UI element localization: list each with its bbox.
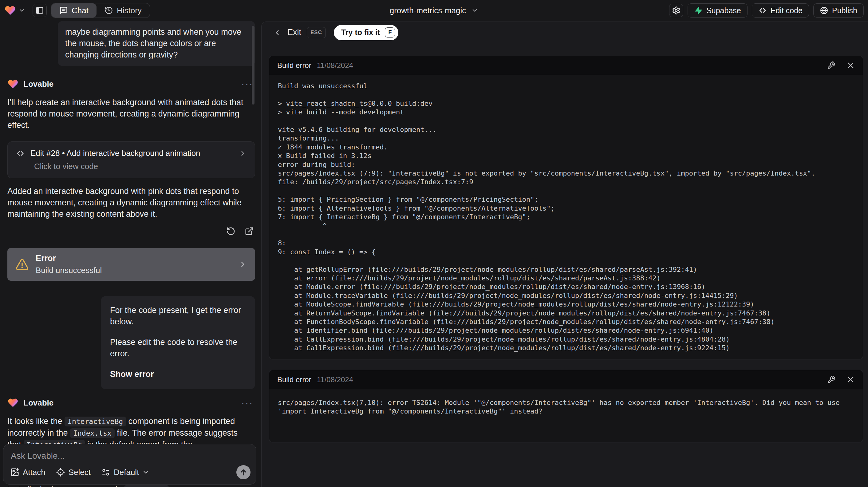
wrench-icon	[827, 375, 835, 384]
close-icon	[846, 61, 855, 69]
build-error-panel-1: Build error 11/08/2024 Build was unsucce…	[269, 56, 863, 359]
console-output: src/pages/Index.tsx(7,10): error TS2614:…	[278, 398, 854, 416]
warning-triangle-icon	[16, 257, 29, 271]
exit-button[interactable]: Exit	[287, 28, 301, 37]
mode-selector[interactable]: Default	[101, 468, 149, 477]
restore-button[interactable]	[226, 226, 236, 236]
build-error-date: 11/08/2024	[317, 375, 353, 384]
show-error-link[interactable]: Show error	[110, 369, 246, 380]
assistant-name: Lovable	[23, 398, 54, 408]
tab-history[interactable]: History	[96, 3, 150, 18]
build-error-date: 11/08/2024	[317, 61, 353, 70]
lovable-avatar	[7, 79, 19, 89]
project-switcher[interactable]: growth-metrics-magic	[390, 0, 478, 21]
composer-placeholder[interactable]: Ask Lovable...	[11, 451, 249, 461]
chat-history-tabs: Chat History	[51, 3, 150, 18]
assistant-name: Lovable	[23, 79, 54, 89]
code-icon	[16, 149, 25, 158]
fix-wrench-button[interactable]	[827, 61, 835, 69]
chevron-down-icon	[142, 469, 149, 476]
edit-card-28[interactable]: Edit #28 • Add interactive background an…	[7, 142, 255, 178]
attach-image-icon	[10, 468, 19, 477]
globe-icon	[820, 6, 828, 15]
open-preview-button[interactable]	[245, 226, 254, 236]
assistant-summary-text: Added an interactive background with pin…	[7, 186, 253, 220]
assistant-fix-action-text: Let's fix the import statement in Index.…	[7, 484, 253, 487]
chevron-right-icon	[239, 260, 247, 269]
build-error-header: Build error 11/08/2024	[269, 370, 863, 389]
console-output: Build was unsuccessful > vite_react_shad…	[278, 82, 854, 353]
build-error-console: Build was unsuccessful > vite_react_shad…	[269, 75, 863, 359]
restore-icon	[226, 226, 236, 236]
assistant-message-header: Lovable ···	[7, 397, 255, 408]
wrench-icon	[827, 61, 835, 69]
edit-card-title: Edit #28 • Add interactive background an…	[30, 149, 200, 158]
select-element-button[interactable]: Select	[56, 468, 91, 477]
publish-button[interactable]: Publish	[813, 3, 864, 18]
arrow-up-icon	[240, 468, 247, 476]
esc-key-badge: ESC	[307, 27, 326, 38]
assistant-message-header: Lovable ···	[7, 79, 255, 89]
topbar: Chat History growth-metrics-magic Supaba…	[0, 0, 868, 21]
chat-bubble-icon	[59, 6, 68, 15]
build-error-card[interactable]: Error Build unsuccessful	[7, 248, 255, 281]
lovable-avatar	[7, 397, 19, 408]
user-message: For the code present, I get the error be…	[101, 296, 255, 389]
assistant-intro-text: I'll help create an interactive backgrou…	[7, 97, 253, 131]
sliders-icon	[101, 468, 110, 477]
more-options-icon[interactable]: ···	[241, 401, 255, 404]
user-message-line: Please edit the code to resolve the erro…	[110, 337, 246, 359]
message-actions	[7, 226, 255, 236]
settings-button[interactable]	[669, 4, 683, 17]
edit-code-button[interactable]: Edit code	[752, 3, 809, 18]
code-icon	[758, 6, 767, 15]
project-name: growth-metrics-magic	[390, 6, 466, 16]
build-error-title: Build error	[277, 61, 311, 70]
edit-card-subtitle: Click to view code	[34, 162, 247, 171]
chevron-down-icon	[19, 7, 25, 14]
mode-label: Default	[114, 468, 139, 477]
build-error-title: Build error	[277, 375, 311, 384]
error-card-subtitle: Build unsuccessful	[36, 266, 102, 275]
tab-chat-label: Chat	[72, 6, 89, 16]
supabase-button[interactable]: Supabase	[688, 3, 747, 18]
tab-chat[interactable]: Chat	[51, 3, 96, 18]
external-link-icon	[245, 226, 254, 236]
try-to-fix-button[interactable]: Try to fix it F	[334, 25, 398, 40]
chevron-right-icon	[239, 149, 247, 157]
f-key-badge: F	[385, 27, 395, 37]
supabase-bolt-icon	[694, 6, 703, 15]
back-chevron-icon[interactable]	[273, 29, 281, 37]
user-message: maybe diagramming points and when you mo…	[58, 21, 255, 66]
fix-panel-header: Exit ESC Try to fix it F	[261, 22, 868, 43]
publish-label: Publish	[832, 6, 857, 15]
attach-button[interactable]: Attach	[10, 468, 45, 477]
toggle-sidebar-button[interactable]	[33, 4, 47, 17]
select-label: Select	[68, 468, 91, 477]
error-fix-panel: Exit ESC Try to fix it F Build error 11/…	[261, 22, 868, 487]
edit-code-label: Edit code	[771, 6, 803, 15]
lovable-logo-menu[interactable]	[4, 5, 25, 16]
chat-composer[interactable]: Ask Lovable... Attach Select Default	[3, 444, 256, 485]
build-error-panel-2: Build error 11/08/2024 src/pages/Index.t…	[269, 370, 863, 443]
close-icon	[846, 375, 855, 384]
send-button[interactable]	[236, 465, 250, 479]
build-error-header: Build error 11/08/2024	[269, 56, 863, 75]
chevron-down-icon	[471, 7, 478, 14]
history-icon	[104, 6, 113, 15]
build-error-console: src/pages/Index.tsx(7,10): error TS2614:…	[269, 389, 863, 425]
sidebar-panel-icon	[35, 6, 44, 15]
chat-panel: maybe diagramming points and when you mo…	[0, 20, 259, 487]
crosshair-icon	[56, 468, 65, 477]
error-card-title: Error	[36, 254, 102, 263]
gear-icon	[672, 6, 681, 15]
lovable-heart-icon	[4, 5, 16, 16]
fix-wrench-button[interactable]	[827, 375, 835, 384]
close-error-button[interactable]	[846, 375, 855, 384]
attach-label: Attach	[23, 468, 45, 477]
close-error-button[interactable]	[846, 61, 855, 69]
user-message-line: For the code present, I get the error be…	[110, 305, 246, 328]
tab-history-label: History	[117, 6, 142, 16]
try-to-fix-label: Try to fix it	[341, 28, 380, 37]
chat-scrollbar-thumb[interactable]	[252, 26, 254, 104]
